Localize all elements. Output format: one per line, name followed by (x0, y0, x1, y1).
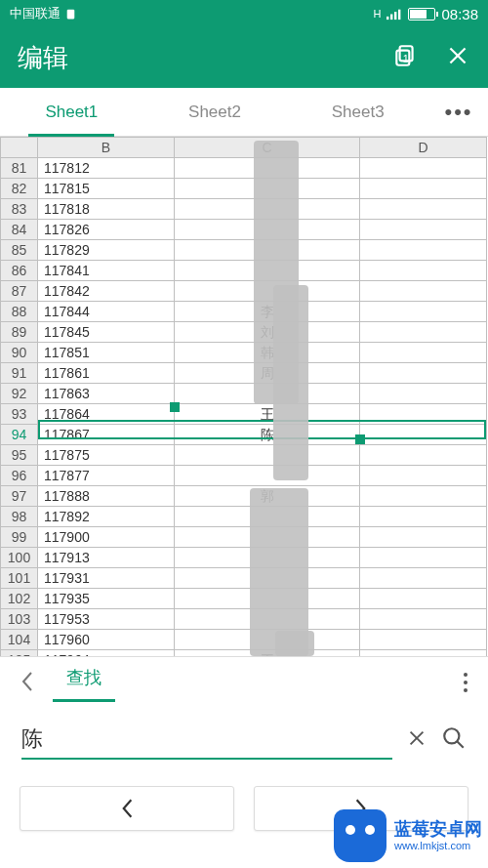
cell[interactable]: 117845 (38, 322, 175, 343)
cell[interactable]: 117829 (38, 240, 175, 261)
cell[interactable] (360, 527, 487, 548)
cell[interactable]: 117867 (38, 425, 175, 445)
row-header[interactable]: 85 (1, 240, 38, 261)
corner-cell[interactable] (1, 138, 38, 158)
row-header[interactable]: 88 (1, 302, 38, 322)
row-header[interactable]: 81 (1, 158, 38, 179)
cell[interactable]: 117844 (38, 302, 175, 322)
cell[interactable]: 117861 (38, 363, 175, 384)
cell[interactable] (360, 589, 487, 609)
cell[interactable]: 117892 (38, 507, 175, 527)
row-header[interactable]: 104 (1, 630, 38, 650)
find-tab[interactable]: 查找 (53, 666, 115, 702)
cell[interactable]: 117818 (38, 199, 175, 220)
row-header[interactable]: 96 (1, 466, 38, 486)
row-header[interactable]: 90 (1, 343, 38, 363)
cell[interactable]: 117964 (38, 650, 175, 657)
row-header[interactable]: 84 (1, 220, 38, 240)
cell[interactable] (360, 466, 487, 486)
cell[interactable] (360, 322, 487, 343)
cell[interactable] (175, 466, 360, 486)
row-header[interactable]: 94 (1, 425, 38, 445)
cell[interactable]: 117863 (38, 384, 175, 404)
cell[interactable]: 117900 (38, 527, 175, 548)
cell[interactable]: 117931 (38, 568, 175, 589)
cell[interactable] (360, 609, 487, 630)
cell[interactable]: 117826 (38, 220, 175, 240)
cell[interactable] (360, 240, 487, 261)
svg-line-16 (457, 741, 464, 748)
row-header[interactable]: 83 (1, 199, 38, 220)
row-header[interactable]: 82 (1, 179, 38, 199)
row-header[interactable]: 100 (1, 548, 38, 568)
row-header[interactable]: 89 (1, 322, 38, 343)
cell[interactable]: 117935 (38, 589, 175, 609)
watermark-text: 蓝莓安卓网 www.lmkjst.com (394, 820, 482, 851)
cell[interactable] (360, 425, 487, 445)
search-icon[interactable] (441, 725, 467, 755)
row-header[interactable]: 97 (1, 486, 38, 507)
cell[interactable] (360, 548, 487, 568)
row-header[interactable]: 92 (1, 384, 38, 404)
cell[interactable]: 117888 (38, 486, 175, 507)
cell[interactable] (360, 384, 487, 404)
cell[interactable]: 117864 (38, 404, 175, 425)
cell[interactable]: 117841 (38, 261, 175, 281)
find-back-button[interactable] (8, 671, 47, 697)
row-header[interactable]: 87 (1, 281, 38, 302)
cell[interactable] (360, 445, 487, 466)
cell[interactable]: 陈 (175, 425, 360, 445)
svg-rect-0 (67, 9, 75, 19)
cell[interactable] (360, 179, 487, 199)
cell[interactable] (360, 261, 487, 281)
cell[interactable] (360, 158, 487, 179)
cell[interactable] (360, 507, 487, 527)
cell[interactable]: 117877 (38, 466, 175, 486)
cell[interactable] (360, 630, 487, 650)
cell[interactable]: 117913 (38, 548, 175, 568)
cell[interactable]: 117815 (38, 179, 175, 199)
cell[interactable]: 117960 (38, 630, 175, 650)
cell[interactable] (360, 404, 487, 425)
cell[interactable] (360, 363, 487, 384)
tab-sheet1[interactable]: Sheet1 (0, 88, 143, 136)
row-header[interactable]: 86 (1, 261, 38, 281)
cell[interactable] (360, 220, 487, 240)
row-header[interactable]: 99 (1, 527, 38, 548)
tabs-more-button[interactable]: ••• (429, 88, 488, 136)
cell[interactable] (360, 650, 487, 657)
row-header[interactable]: 95 (1, 445, 38, 466)
cell[interactable] (360, 302, 487, 322)
tab-sheet2[interactable]: Sheet2 (143, 88, 287, 136)
cell[interactable] (360, 486, 487, 507)
cell[interactable]: 117812 (38, 158, 175, 179)
col-header-b[interactable]: B (38, 138, 175, 158)
cell[interactable] (360, 281, 487, 302)
cell[interactable]: 王 (175, 404, 360, 425)
row-header[interactable]: 105 (1, 650, 38, 657)
tab-sheet3[interactable]: Sheet3 (286, 88, 429, 136)
close-icon[interactable] (445, 43, 470, 72)
cell[interactable]: 117953 (38, 609, 175, 630)
clear-icon[interactable] (406, 727, 427, 753)
col-header-d[interactable]: D (360, 138, 487, 158)
cell[interactable]: 117875 (38, 445, 175, 466)
row-header[interactable]: 103 (1, 609, 38, 630)
cell[interactable] (175, 445, 360, 466)
cell[interactable]: 117851 (38, 343, 175, 363)
find-prev-button[interactable] (20, 786, 234, 831)
cell[interactable] (360, 568, 487, 589)
row-header[interactable]: 101 (1, 568, 38, 589)
cell[interactable] (360, 199, 487, 220)
find-more-button[interactable] (451, 672, 480, 697)
copy-icon[interactable]: 1 (392, 43, 418, 72)
cell[interactable]: 117842 (38, 281, 175, 302)
row-header[interactable]: 98 (1, 507, 38, 527)
cell[interactable] (360, 343, 487, 363)
svg-rect-4 (398, 9, 400, 19)
row-header[interactable]: 93 (1, 404, 38, 425)
row-header[interactable]: 102 (1, 589, 38, 609)
row-header[interactable]: 91 (1, 363, 38, 384)
spreadsheet[interactable]: B C D 8111781282117815831178188411782685… (0, 137, 488, 656)
search-input[interactable] (21, 721, 392, 760)
